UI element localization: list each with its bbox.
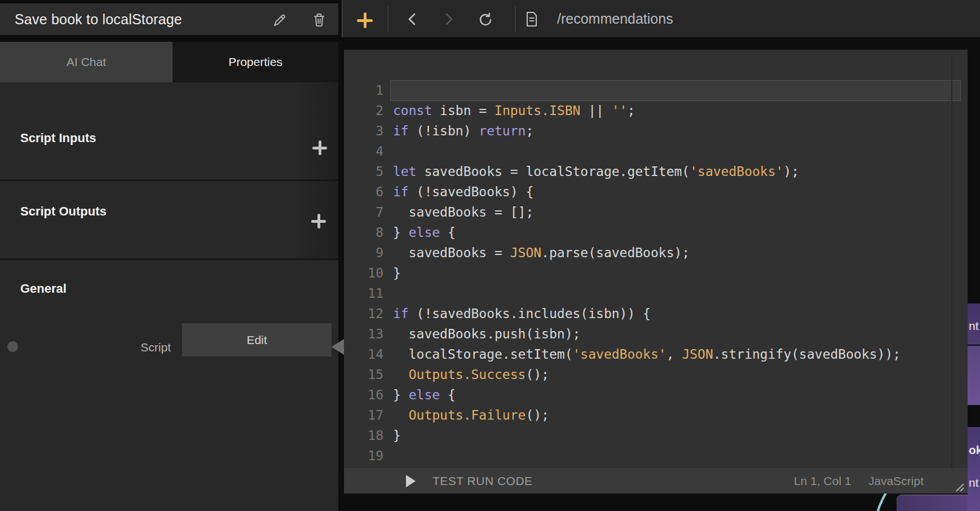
canvas-purple-block [968,346,980,405]
nav-forward-button[interactable] [442,13,454,28]
test-run-code-button[interactable]: TEST RUN CODE [406,468,533,494]
binding-indicator-dot [7,341,18,352]
line-number: 11 [344,283,383,303]
add-script-input-button[interactable] [312,140,328,156]
code-line: savedBooks = []; [393,202,533,222]
line-number: 7 [344,202,383,222]
edit-title-button[interactable] [271,12,288,29]
code-line: savedBooks = JSON.parse(savedBooks); [393,243,690,263]
line-number: 4 [344,141,383,161]
refresh-icon [478,12,493,27]
section-header-script-outputs: Script Outputs [20,204,107,219]
resize-grip-icon [954,482,965,492]
toolbar-divider [387,6,389,32]
tab-ai-chat-label: AI Chat [67,55,106,69]
canvas-purple-block: nt [968,303,980,345]
code-line: localStorage.setItem('savedBooks', JSON.… [393,344,900,364]
code-line: } else { [393,385,456,405]
delete-button[interactable] [311,11,328,28]
code-line: Outputs.Failure(); [393,405,549,425]
properties-panel: Save book to localStorage AI Chat Proper… [0,0,338,511]
canvas-purple-block: ok nt [968,427,980,511]
preview-browser-chrome: /recommendations [342,0,980,37]
section-header-general: General [20,281,67,296]
toolbar-divider [515,6,516,32]
editor-scroll-line [951,55,952,468]
section-divider [0,258,338,260]
panel-content: Script Inputs Script Outputs General Scr… [0,82,338,511]
panel-tabbar: AI Chat Properties [0,42,338,82]
canvas-fragment-text: ok [969,443,980,457]
canvas-fragment-text: nt [969,476,979,490]
code-line: if (!isbn) return; [393,121,533,141]
refresh-button[interactable] [478,12,493,29]
script-code-editor[interactable]: 12const isbn = Inputs.ISBN || '';3if (!i… [344,50,968,494]
line-number: 15 [344,364,383,385]
code-line: savedBooks.push(isbn); [393,324,580,344]
editor-statusbar: TEST RUN CODE Ln 1, Col 1 JavaScript [344,468,968,494]
section-header-script-inputs: Script Inputs [20,131,96,146]
code-line: } [393,425,401,446]
edit-script-button[interactable]: Edit [182,323,332,356]
line-number: 14 [344,344,383,364]
line-number: 5 [344,161,383,182]
pencil-icon [271,12,288,29]
line-number: 12 [344,303,383,324]
line-number: 10 [344,263,383,283]
tab-ai-chat[interactable]: AI Chat [0,42,173,82]
line-number: 16 [344,385,383,405]
code-line: Outputs.Success(); [393,364,549,385]
code-line: if (!savedBooks) { [393,182,533,202]
line-number: 3 [344,121,383,141]
tab-properties-label: Properties [228,55,282,69]
plus-icon [319,140,321,155]
code-line: } else { [393,222,456,243]
document-icon [524,11,539,27]
section-divider [0,179,338,181]
panel-edge-shadow [293,82,338,259]
play-icon [406,475,416,487]
add-script-output-button[interactable] [311,213,326,229]
code-line: const isbn = Inputs.ISBN || ''; [393,100,635,121]
trash-icon [311,11,328,28]
language-status: JavaScript [868,468,924,494]
tab-properties[interactable]: Properties [173,42,338,82]
page-document-icon [524,11,539,29]
line-number: 2 [344,100,383,121]
page-title: Save book to localStorage [15,11,182,28]
script-field-label: Script [81,341,171,354]
line-number: 9 [344,243,383,263]
add-page-button[interactable] [357,12,373,28]
code-line: } [393,263,401,283]
panel-pointer-wedge [332,339,344,355]
edit-script-button-label: Edit [246,333,267,347]
line-number: 6 [344,182,383,202]
canvas-fragment-text: nt [969,319,979,333]
nav-back-button[interactable] [407,13,419,28]
line-number: 17 [344,405,383,425]
plus-icon [317,214,320,228]
cursor-position-status: Ln 1, Col 1 [794,468,851,494]
plus-icon [364,12,367,28]
line-number: 1 [344,80,383,100]
test-run-code-label: TEST RUN CODE [432,474,533,488]
line-number: 18 [344,425,383,446]
code-line: let savedBooks = localStorage.getItem('s… [393,161,799,182]
chevron-right-icon [442,13,454,25]
resize-grip[interactable] [954,482,965,495]
code-line: if (!savedBooks.includes(isbn)) { [393,303,651,324]
current-line-highlight [390,80,961,101]
line-number: 8 [344,222,383,243]
line-number: 19 [344,446,383,466]
url-field[interactable]: /recommendations [557,0,673,37]
line-number: 13 [344,324,383,344]
chevron-left-icon [407,13,419,25]
